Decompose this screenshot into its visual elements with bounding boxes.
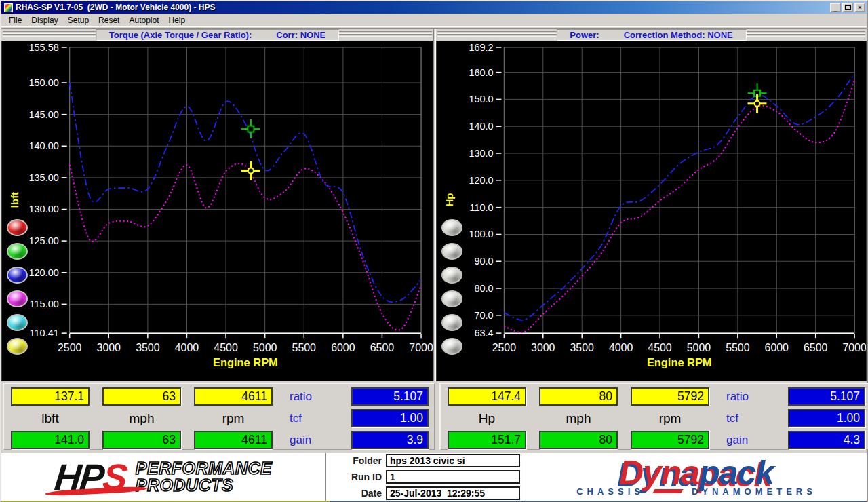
- svg-text:140.00: 140.00: [29, 140, 59, 151]
- dynapack-logo: Dynapack CHASSIS DYNAMOMETERS: [526, 458, 867, 497]
- folder-label: Folder: [353, 455, 382, 466]
- hps-wordmark: HPS: [53, 459, 128, 495]
- svg-text:115.00: 115.00: [30, 298, 59, 309]
- gridlines: [504, 47, 854, 333]
- param-value-gain: 4.3: [788, 431, 865, 449]
- folder-input[interactable]: hps 2013 civic si: [386, 454, 520, 467]
- svg-text:110.41: 110.41: [30, 328, 59, 339]
- cursor1-value-mph: 80: [539, 387, 618, 406]
- hps-tagline: PERFORMANCE PRODUCTS: [136, 460, 272, 494]
- svg-text:63.4: 63.4: [474, 328, 493, 339]
- svg-text:4500: 4500: [648, 342, 671, 353]
- plot-border: [504, 47, 854, 333]
- cursor2-value-mph: 80: [539, 431, 618, 449]
- cursor1-value-lbft: 137.1: [11, 387, 90, 406]
- svg-text:90.0: 90.0: [474, 256, 493, 267]
- restore-icon: [845, 5, 851, 10]
- power-chart-title: Power:: [570, 30, 599, 40]
- minimize-button[interactable]: _: [830, 3, 841, 12]
- cursor1-value-rpm: 5792: [631, 387, 709, 406]
- menu-item-setup[interactable]: Setup: [63, 15, 94, 26]
- dynapack-dash: [652, 489, 683, 493]
- torque-series-run-2-dashdot: [70, 83, 421, 302]
- app-icon: [4, 3, 13, 12]
- power-curve-select-button-3[interactable]: [441, 267, 462, 284]
- svg-text:3000: 3000: [97, 342, 121, 353]
- svg-text:6000: 6000: [331, 342, 355, 353]
- dynapack-chassis-text: CHASSIS: [576, 486, 644, 497]
- svg-text:160.0: 160.0: [469, 67, 493, 78]
- power-curve-select-button-6[interactable]: [441, 338, 462, 355]
- date-input[interactable]: 25-Jul-2013 12:29:55: [386, 486, 520, 500]
- param-label-gain: gain: [285, 433, 338, 447]
- param-value-ratio: 5.107: [351, 387, 429, 406]
- menu-item-help[interactable]: Help: [164, 15, 191, 26]
- power-curve-select-button-5[interactable]: [441, 314, 462, 331]
- svg-text:120.0: 120.0: [469, 175, 493, 186]
- svg-text:5500: 5500: [726, 342, 749, 353]
- svg-text:130.0: 130.0: [469, 148, 493, 159]
- torque-curve-buttons: [7, 219, 28, 355]
- restore-button[interactable]: [842, 3, 853, 12]
- svg-text:100.0: 100.0: [469, 229, 493, 239]
- close-button[interactable]: ×: [854, 3, 865, 12]
- close-icon: ×: [858, 5, 861, 11]
- svg-text:2500: 2500: [58, 342, 82, 353]
- svg-text:130.00: 130.00: [29, 204, 59, 214]
- unit-label-rpm: rpm: [631, 411, 709, 426]
- power-curve-select-button-4[interactable]: [441, 290, 462, 307]
- charts-row: Torque (Axle Torque / Gear Ratio): Corr:…: [1, 29, 867, 381]
- hps-tagline-line1: PERFORMANCE: [136, 460, 272, 477]
- cursor-marker-yellow[interactable]: [748, 94, 767, 113]
- torque-chart-title: Torque (Axle Torque / Gear Ratio):: [109, 30, 252, 40]
- menu-item-autoplot[interactable]: Autoplot: [124, 15, 163, 26]
- svg-text:120.00: 120.00: [29, 267, 59, 278]
- svg-text:lbft: lbft: [9, 192, 20, 208]
- torque-chart-header: Torque (Axle Torque / Gear Ratio): Corr:…: [1, 29, 433, 41]
- power-chart-header: Power: Correction Method: NONE: [436, 29, 867, 41]
- param-label-ratio: ratio: [722, 390, 775, 404]
- torque-curve-select-button-1[interactable]: [7, 219, 28, 236]
- param-label-tcf: tcf: [285, 412, 338, 425]
- torque-curve-select-button-3[interactable]: [7, 267, 28, 284]
- torque-curve-select-button-6[interactable]: [7, 338, 28, 355]
- menu-item-display[interactable]: Display: [26, 15, 62, 26]
- run-id-label: Run ID: [351, 471, 382, 482]
- param-label-gain: gain: [722, 433, 775, 447]
- svg-text:80.0: 80.0: [474, 283, 493, 294]
- torque-chart-canvas[interactable]: 155.58150.00145.00140.00135.00130.00125.…: [2, 41, 433, 381]
- unit-label-Hp: Hp: [448, 411, 526, 426]
- torque-curve-select-button-2[interactable]: [7, 243, 28, 260]
- svg-text:110.0: 110.0: [469, 202, 493, 213]
- power-chart-panel: Power: Correction Method: NONE 169.2160.…: [436, 29, 867, 381]
- svg-text:4500: 4500: [214, 342, 238, 353]
- run-id-input[interactable]: 1: [386, 470, 520, 484]
- cursor2-value-rpm: 4611: [194, 431, 273, 449]
- unit-label-mph: mph: [102, 411, 181, 426]
- power-curve-select-button-1[interactable]: [441, 219, 462, 236]
- power-curve-select-button-2[interactable]: [441, 243, 462, 260]
- svg-text:3000: 3000: [531, 342, 555, 353]
- svg-text:5000: 5000: [253, 342, 277, 353]
- power-chart-canvas[interactable]: 169.2160.0150.0140.0130.0120.0110.0100.0…: [437, 41, 866, 381]
- hps-tagline-line2: PRODUCTS: [136, 477, 272, 494]
- unit-label-lbft: lbft: [11, 411, 90, 426]
- torque-chart-body: 155.58150.00145.00140.00135.00130.00125.…: [1, 41, 433, 381]
- axes: [496, 47, 854, 338]
- svg-text:169.2: 169.2: [469, 42, 493, 53]
- torque-curve-select-button-4[interactable]: [7, 290, 28, 307]
- menu-bar: FileDisplaySetupResetAutoplotHelp: [1, 14, 867, 26]
- hps-logo: HPS PERFORMANCE PRODUCTS: [1, 459, 326, 495]
- svg-text:4000: 4000: [175, 342, 199, 353]
- torque-curve-select-button-5[interactable]: [7, 314, 28, 331]
- menu-item-reset[interactable]: Reset: [94, 15, 124, 26]
- power-correction-status: Correction Method: NONE: [624, 30, 733, 40]
- plot-border: [70, 47, 421, 333]
- svg-text:7000: 7000: [409, 342, 433, 353]
- param-value-ratio: 5.107: [788, 387, 865, 406]
- cursor2-value-lbft: 141.0: [11, 431, 90, 449]
- power-series-run-1-dotted: [504, 81, 854, 333]
- param-value-gain: 3.9: [351, 431, 429, 449]
- title-bar[interactable]: RHAS-SP V1.7-05 (2WD - Motor Vehicle 400…: [1, 1, 867, 14]
- menu-item-file[interactable]: File: [4, 15, 26, 26]
